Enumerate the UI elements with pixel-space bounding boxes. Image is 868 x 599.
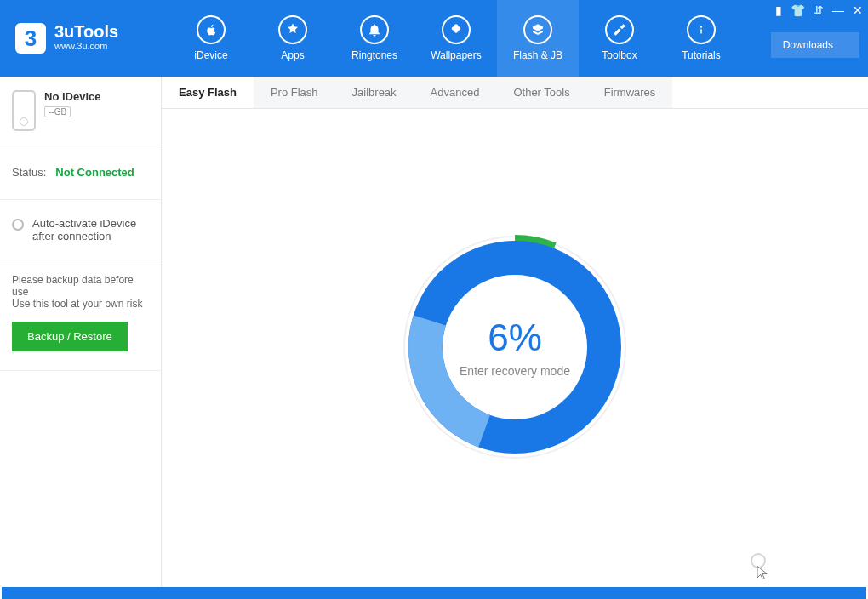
settings-mini-icon[interactable]: ⇵	[814, 3, 824, 17]
sub-tabbar: Easy Flash Pro Flash Jailbreak Advanced …	[162, 77, 868, 109]
window-controls: ▮ 👕 ⇵ — ✕	[775, 3, 863, 17]
device-size-badge: --GB	[44, 106, 71, 117]
brand-subtitle: www.3u.com	[54, 40, 118, 53]
main-content: 6% Enter recovery mode	[162, 109, 868, 599]
nav-item-toolbox[interactable]: Toolbox	[579, 0, 660, 77]
warning-block: Please backup data before use Use this t…	[0, 260, 161, 371]
sidebar: No iDevice --GB Status: Not Connected Au…	[0, 77, 162, 599]
brand-title: 3uTools	[54, 23, 118, 40]
tab-label: Pro Flash	[271, 86, 318, 99]
downloads-label: Downloads	[783, 39, 833, 51]
feedback-icon[interactable]: ▮	[775, 3, 782, 17]
warning-line-1: Please backup data before use	[12, 274, 149, 298]
footer-bar	[2, 587, 866, 599]
radio-icon	[12, 219, 24, 231]
tab-label: Other Tools	[513, 86, 569, 99]
tab-label: Advanced	[431, 86, 480, 99]
tab-easy-flash[interactable]: Easy Flash	[162, 77, 254, 108]
close-icon[interactable]: ✕	[853, 3, 863, 17]
status-label: Status:	[12, 166, 46, 179]
minimize-icon[interactable]: —	[832, 3, 844, 17]
backup-restore-button[interactable]: Backup / Restore	[12, 322, 128, 351]
device-title: No iDevice	[44, 90, 100, 103]
flash-icon	[523, 15, 552, 44]
brand-block: 3 3uTools www.3u.com	[0, 0, 170, 77]
apps-icon	[278, 15, 307, 44]
tab-label: Jailbreak	[352, 86, 397, 99]
wallpaper-icon	[442, 15, 471, 44]
phone-outline-icon	[12, 90, 36, 131]
device-block: No iDevice --GB	[0, 77, 161, 145]
status-block: Status: Not Connected	[0, 145, 161, 200]
nav-label: iDevice	[194, 49, 227, 61]
nav-label: Tutorials	[682, 49, 721, 61]
nav-label: Flash & JB	[513, 49, 562, 61]
tab-label: Easy Flash	[179, 86, 237, 99]
warning-line-2: Use this tool at your own risk	[12, 298, 149, 310]
nav-label: Ringtones	[351, 49, 397, 61]
bell-icon	[360, 15, 389, 44]
auto-activate-label: Auto-activate iDevice after connection	[32, 217, 149, 242]
brand-logo-icon: 3	[15, 23, 46, 54]
nav-item-wallpapers[interactable]: Wallpapers	[415, 0, 497, 77]
nav-label: Wallpapers	[431, 49, 482, 61]
tab-label: Firmwares	[604, 86, 656, 99]
nav-item-flash-jb[interactable]: Flash & JB	[497, 0, 579, 77]
auto-activate-option[interactable]: Auto-activate iDevice after connection	[0, 200, 161, 260]
mouse-cursor-icon	[755, 563, 770, 582]
progress-message: Enter recovery mode	[460, 364, 570, 378]
info-icon	[687, 15, 716, 44]
tab-pro-flash[interactable]: Pro Flash	[254, 77, 335, 108]
nav-item-tutorials[interactable]: Tutorials	[660, 0, 742, 77]
tab-other-tools[interactable]: Other Tools	[496, 77, 586, 108]
header-nav: iDevice Apps Ringtones Wallpapers Flash …	[170, 0, 742, 77]
nav-item-idevice[interactable]: iDevice	[170, 0, 252, 77]
tools-icon	[605, 15, 634, 44]
download-icon	[838, 41, 848, 50]
nav-label: Apps	[281, 49, 304, 61]
tab-advanced[interactable]: Advanced	[414, 77, 497, 108]
status-value: Not Connected	[55, 166, 134, 179]
progress-donut: 6% Enter recovery mode	[387, 220, 642, 475]
progress-percent: 6%	[488, 317, 542, 359]
tshirt-icon[interactable]: 👕	[791, 3, 805, 17]
nav-label: Toolbox	[602, 49, 637, 61]
downloads-button[interactable]: Downloads	[771, 32, 859, 58]
tab-firmwares[interactable]: Firmwares	[587, 77, 673, 108]
nav-item-apps[interactable]: Apps	[252, 0, 334, 77]
apple-icon	[197, 15, 226, 44]
tab-jailbreak[interactable]: Jailbreak	[335, 77, 414, 108]
app-header: 3 3uTools www.3u.com iDevice Apps Ringto…	[0, 0, 868, 77]
nav-item-ringtones[interactable]: Ringtones	[334, 0, 415, 77]
backup-restore-label: Backup / Restore	[27, 330, 112, 343]
